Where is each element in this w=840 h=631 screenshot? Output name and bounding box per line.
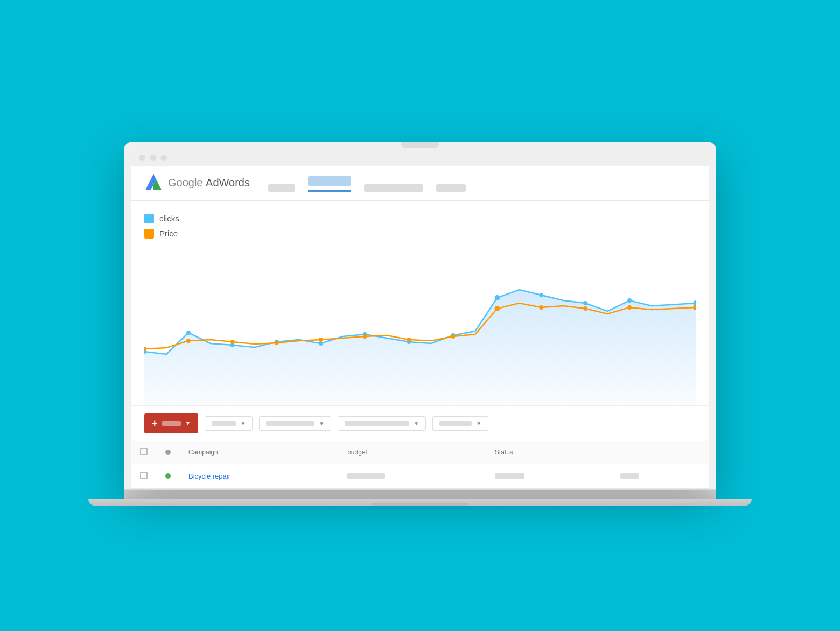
chart-legend: clicks Price: [144, 214, 696, 239]
chart-dot: [319, 341, 323, 346]
dropdown-chevron-icon-3: ▼: [414, 420, 419, 426]
col-header-status: [156, 441, 180, 464]
status-text-cell: [486, 464, 612, 488]
nav-tab-4[interactable]: [436, 184, 466, 192]
status-header-dot: [165, 450, 171, 455]
filter-label-2: [266, 421, 314, 426]
toolbar: + ▼ ▼ ▼ ▼: [131, 405, 709, 441]
price-color-swatch: [144, 229, 154, 239]
chart-dot-orange: [583, 306, 587, 311]
chart-fill-area: [144, 290, 696, 405]
app-header: Google AdWords: [131, 166, 709, 201]
chart-dot: [186, 331, 191, 335]
window-chrome: [131, 149, 709, 166]
adwords-logo-icon: [144, 174, 163, 192]
col-header-campaign: Campaign: [180, 441, 339, 464]
clicks-color-swatch: [144, 214, 154, 223]
table-row: Bicycle repair: [131, 464, 709, 488]
laptop-base: [124, 489, 716, 499]
chart-dot: [494, 295, 500, 300]
chart-dot-orange: [627, 305, 632, 310]
data-table-container: Campaign budget Status: [131, 441, 709, 489]
button-label-placeholder: [162, 421, 181, 426]
chart-dot: [583, 301, 587, 305]
dropdown-arrow-icon: ▼: [185, 420, 191, 426]
traffic-light-green: [160, 155, 167, 161]
filter-button-3[interactable]: ▼: [338, 416, 426, 431]
row-checkbox[interactable]: [140, 472, 148, 479]
add-campaign-button[interactable]: + ▼: [144, 413, 198, 433]
chart-dot-orange: [451, 334, 456, 339]
status-placeholder: [495, 473, 524, 479]
chart-dot-orange: [363, 334, 367, 339]
row-checkbox-cell: [131, 464, 156, 488]
filter-button-2[interactable]: ▼: [259, 416, 331, 431]
traffic-light-red: [139, 155, 145, 161]
price-label: Price: [159, 229, 178, 238]
chart-dot: [539, 293, 543, 297]
legend-clicks: clicks: [144, 214, 696, 223]
nav-tabs: [268, 174, 466, 192]
nav-tab-3[interactable]: [364, 184, 423, 192]
screen-content: Google AdWords: [131, 166, 709, 489]
campaign-name-cell[interactable]: Bicycle repair: [180, 464, 339, 488]
chart-container: [144, 249, 696, 405]
campaigns-table: Campaign budget Status: [131, 441, 709, 489]
status-active-dot: [165, 473, 171, 479]
laptop-bottom: [88, 499, 752, 506]
chart-dot-orange: [186, 339, 191, 343]
filter-label-1: [212, 421, 236, 426]
chart-dot-orange: [494, 306, 500, 311]
extra-cell: [612, 464, 709, 488]
traffic-light-yellow: [150, 155, 156, 161]
col-header-extra: [612, 441, 709, 464]
chart-dot-orange: [230, 340, 235, 344]
col-header-budget: budget: [339, 441, 486, 464]
logo-text: Google AdWords: [168, 177, 250, 189]
chart-dot-orange: [144, 347, 146, 351]
legend-price: Price: [144, 229, 696, 239]
chart-dot-orange: [539, 305, 543, 310]
chart-section: clicks Price: [131, 201, 709, 405]
col-header-status-text: Status: [486, 441, 612, 464]
row-status-cell: [156, 464, 180, 488]
extra-placeholder: [620, 473, 639, 479]
screen-notch: [401, 142, 439, 148]
filter-button-4[interactable]: ▼: [432, 416, 488, 431]
col-header-checkbox: [131, 441, 156, 464]
plus-icon: +: [152, 418, 158, 429]
logo-container: Google AdWords: [144, 174, 250, 192]
filter-button-1[interactable]: ▼: [205, 416, 253, 431]
nav-tab-active[interactable]: [308, 176, 351, 192]
laptop-foot: [372, 503, 468, 506]
dropdown-chevron-icon: ▼: [240, 420, 246, 426]
filter-label-4: [439, 421, 472, 426]
nav-tab-1[interactable]: [268, 184, 295, 192]
clicks-label: clicks: [159, 214, 179, 223]
budget-cell: [339, 464, 486, 488]
chart-dot-orange: [275, 341, 279, 345]
chart-dot-orange: [407, 338, 411, 342]
dropdown-chevron-icon-4: ▼: [476, 420, 481, 426]
dropdown-chevron-icon-2: ▼: [319, 420, 324, 426]
budget-placeholder: [347, 473, 385, 479]
filter-label-3: [345, 421, 409, 426]
chart-svg: [144, 249, 696, 405]
chart-dot: [627, 298, 632, 303]
chart-dot-orange: [319, 338, 323, 342]
select-all-checkbox[interactable]: [140, 448, 148, 455]
